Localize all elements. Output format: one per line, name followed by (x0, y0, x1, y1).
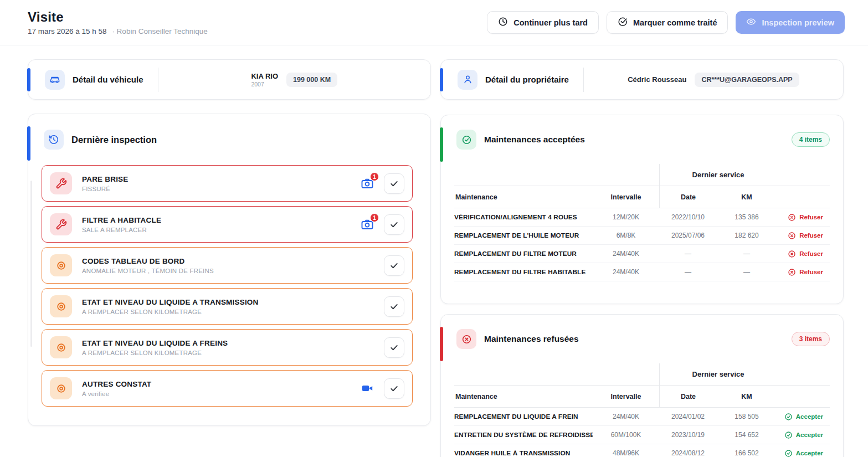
refuse-button[interactable]: Refuser (788, 268, 823, 276)
card-accent-bar (27, 68, 30, 91)
inspection-item-title: FILTRE A HABITACLE (82, 216, 359, 224)
accept-button[interactable]: Accepter (784, 449, 823, 457)
item-checkbox[interactable] (384, 214, 404, 235)
eye-icon (50, 254, 72, 276)
inspection-item-subtitle: A REMPLACER SELON KILOMETRAGE (82, 309, 384, 315)
clock-icon (498, 17, 508, 28)
column-header: Date (659, 186, 717, 208)
owner-card-title: Détail du propriétaire (485, 75, 569, 84)
inspection-item-list: PARE BRISE FISSURÉ 1 (42, 165, 413, 407)
accept-button[interactable]: Accepter (784, 431, 823, 439)
item-checkbox[interactable] (384, 255, 404, 276)
last-inspection-card: Dernière inspection PARE BRISE FISSURÉ (28, 114, 431, 426)
left-column: Détail du véhicule KIA RIO 2007 199 000 … (28, 59, 431, 426)
title-block: Visite 17 mars 2026 à 15 h 58 · Robin Co… (28, 9, 208, 35)
check-circle-icon (618, 17, 628, 28)
refuse-button[interactable]: Refuser (788, 213, 823, 222)
circle-x-icon (461, 334, 472, 345)
page-title: Visite (28, 9, 208, 25)
last-service-date: 2023/10/19 (659, 431, 717, 439)
visit-date: 17 mars 2026 à 15 h 58 (28, 27, 107, 35)
accepted-title: Maintenances acceptées (484, 135, 792, 145)
maintenance-interval: 48M/96K (593, 449, 659, 457)
last-service-km: 154 652 (717, 431, 777, 439)
maintenance-interval: 12M/20K (593, 213, 659, 221)
table-group-header: Dernier service (454, 164, 830, 186)
eye-icon (50, 295, 72, 317)
photo-attachment-button[interactable]: 1 (359, 176, 375, 191)
topbar-actions: Continuer plus tard Marquer comme traité… (487, 11, 845, 34)
last-inspection-title: Dernière inspection (71, 135, 157, 145)
last-service-date: 2024/01/02 (659, 413, 717, 420)
column-header: Intervalle (593, 393, 659, 400)
inspection-item: FILTRE A HABITACLE SALE A REMPLACER 1 (42, 206, 413, 243)
right-column: Détail du propriétaire Cédric Rousseau C… (440, 59, 844, 457)
car-icon (45, 70, 65, 90)
owner-summary: Cédric Rousseau CR***U@GARAGEOPS.APP (584, 73, 843, 87)
table-column-headers: Maintenance Intervalle Date KM (454, 186, 830, 208)
refused-table: Dernier service Maintenance Intervalle D… (454, 363, 830, 457)
inspection-item: ETAT ET NIVEAU DU LIQUIDE A TRANSMISSION… (42, 288, 413, 325)
item-checkbox[interactable] (384, 173, 404, 194)
last-service-km: — (717, 250, 777, 258)
last-service-km: — (717, 268, 777, 276)
scrollbar-track[interactable] (30, 181, 32, 347)
refuse-button[interactable]: Refuser (788, 250, 823, 258)
inspection-item-title: ETAT ET NIVEAU DU LIQUIDE A FREINS (82, 339, 384, 347)
refused-count-badge: 3 items (792, 332, 830, 346)
refuse-button[interactable]: Refuser (788, 232, 823, 240)
inspection-item-title: CODES TABLEAU DE BORD (82, 257, 384, 265)
last-service-date: — (659, 268, 717, 276)
accept-button[interactable]: Accepter (784, 413, 823, 421)
circle-check-icon (784, 449, 793, 457)
maintenance-name: ENTRETIEN DU SYSTÈME DE REFROIDISSEMEN..… (454, 431, 593, 439)
last-service-header: Dernier service (659, 164, 777, 186)
table-column-headers: Maintenance Intervalle Date KM (454, 386, 830, 408)
continue-later-label: Continuer plus tard (513, 18, 588, 27)
mark-treated-label: Marquer comme traité (633, 18, 717, 27)
inspection-item: ETAT ET NIVEAU DU LIQUIDE A FREINS A REM… (42, 329, 413, 366)
maintenance-name: REMPLACEMENT DU LIQUIDE A FREIN (454, 413, 593, 420)
last-service-km: 158 505 (717, 413, 777, 420)
vehicle-model-block: KIA RIO 2007 (251, 72, 278, 88)
photo-attachment-button[interactable]: 1 (359, 217, 375, 232)
person-icon (458, 70, 477, 90)
maintenance-interval: 24M/40K (593, 268, 659, 276)
circle-check-icon (784, 413, 793, 421)
item-checkbox[interactable] (384, 337, 404, 358)
inspection-preview-button[interactable]: Inspection preview (736, 11, 845, 34)
checkmark-icon (389, 302, 399, 311)
accepted-maintenances-card: Maintenances acceptées 4 items Dernier s… (440, 115, 844, 304)
eye-icon (50, 377, 72, 399)
wrench-icon (50, 172, 72, 194)
maintenance-name: VIDANGER HUILE À TRANSMISSION (454, 449, 593, 457)
last-inspection-header: Dernière inspection (42, 130, 413, 150)
top-bar: Visite 17 mars 2026 à 15 h 58 · Robin Co… (0, 0, 868, 45)
continue-later-button[interactable]: Continuer plus tard (487, 11, 599, 34)
video-attachment-button[interactable] (359, 381, 375, 396)
column-header: Maintenance (454, 393, 593, 400)
inspection-item-subtitle: A verifiee (82, 391, 359, 397)
item-checkbox[interactable] (384, 296, 404, 317)
circle-x-icon (788, 213, 796, 222)
last-service-date: 2025/07/06 (659, 232, 717, 239)
item-checkbox[interactable] (384, 378, 404, 399)
vehicle-summary: KIA RIO 2007 199 000 KM (158, 72, 430, 88)
last-service-km: 135 386 (717, 213, 777, 221)
circle-x-icon (456, 329, 476, 349)
inspection-item-title: ETAT ET NIVEAU DU LIQUIDE A TRANSMISSION (82, 298, 384, 306)
check-circle-icon (456, 130, 476, 150)
mark-treated-button[interactable]: Marquer comme traité (607, 11, 728, 34)
inspection-item: AUTRES CONSTAT A verifiee (42, 370, 413, 407)
checkmark-icon (389, 343, 399, 352)
checkmark-icon (389, 220, 399, 229)
inspection-item-title: AUTRES CONSTAT (82, 380, 359, 388)
last-service-date: — (659, 250, 717, 258)
last-service-header: Dernier service (659, 363, 777, 385)
history-icon (44, 130, 64, 150)
page-subtitle: 17 mars 2026 à 15 h 58 · Robin Conseille… (28, 27, 208, 35)
table-row: REMPLACEMENT DU FILTRE MOTEUR 24M/40K — … (454, 245, 830, 263)
column-header: Date (659, 386, 717, 407)
column-header: Intervalle (593, 193, 659, 201)
maintenance-name: VÉRIFICATION/ALIGNEMENT 4 ROUES (454, 213, 593, 221)
